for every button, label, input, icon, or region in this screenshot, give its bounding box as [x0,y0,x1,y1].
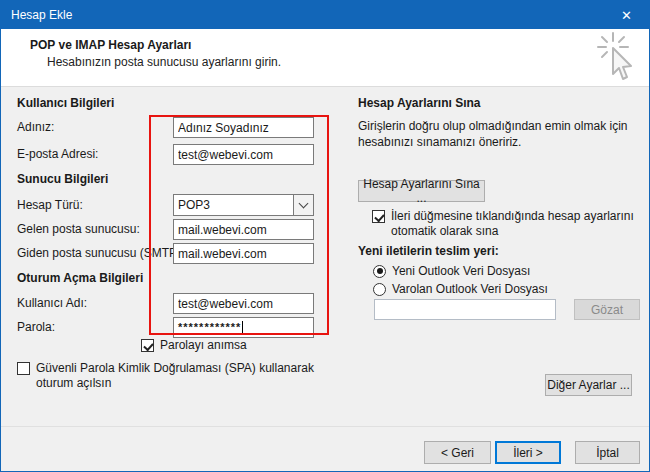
checkbox-checked-icon[interactable] [141,339,154,352]
email-label: E-posta Adresi: [17,147,98,161]
other-settings-button[interactable]: Diğer Ayarlar ... [545,374,632,396]
close-icon[interactable]: ✕ [604,1,649,29]
section-logon-info: Oturum Açma Bilgileri [17,271,143,285]
next-button[interactable]: İleri > [495,441,561,464]
username-label: Kullanıcı Adı: [17,296,87,310]
titlebar: Hesap Ekle ✕ [1,1,649,29]
password-label: Parola: [17,320,55,334]
chevron-down-icon[interactable] [293,195,313,215]
account-type-select[interactable]: POP3 [173,194,314,216]
name-input[interactable] [173,117,314,138]
username-input[interactable] [173,293,314,314]
section-test-settings: Hesap Ayarlarını Sına [358,96,481,110]
add-account-dialog: Hesap Ekle ✕ POP ve IMAP Hesap Ayarları … [0,0,650,472]
back-button[interactable]: < Geri [424,441,491,464]
browse-button: Gözat [574,299,640,320]
existing-data-file-radio[interactable]: Varolan Outlook Veri Dosyası [373,282,548,296]
checkbox-unchecked-icon[interactable] [17,362,30,375]
remember-password-checkbox[interactable]: Parolayı anımsa [141,338,247,353]
click-cursor-icon [593,32,641,89]
incoming-server-label: Gelen posta sunucusu: [17,222,140,236]
outgoing-server-label: Giden posta sunucusu (SMTP): [17,246,184,260]
section-user-info: Kullanıcı Bilgileri [17,96,114,110]
spa-label: Güvenli Parola Kimlik Doğrulaması (SPA) … [36,361,331,391]
account-type-label: Hesap Türü: [17,198,83,212]
password-masked-value: ************ [178,317,241,338]
page-title: POP ve IMAP Hesap Ayarları [30,38,191,52]
email-input[interactable] [173,144,314,165]
radio-selected-icon[interactable] [373,265,386,278]
window-title: Hesap Ekle [1,8,604,22]
checkbox-checked-icon[interactable] [372,210,385,223]
test-settings-description: Girişlerin doğru olup olmadığından emin … [358,118,648,150]
section-server-info: Sunucu Bilgileri [17,172,108,186]
page-subtitle: Hesabınızın posta sunucusu ayarlarını gi… [47,55,281,69]
new-data-file-label: Yeni Outlook Veri Dosyası [392,264,530,278]
dialog-footer: < Geri İleri > İptal [1,426,649,472]
text-caret [242,321,243,335]
new-data-file-radio[interactable]: Yeni Outlook Veri Dosyası [373,264,530,278]
incoming-server-input[interactable] [173,219,314,240]
auto-test-checkbox[interactable]: İleri düğmesine tıklandığında hesap ayar… [372,209,642,239]
dialog-body: Kullanıcı Bilgileri Adınız: E-posta Adre… [1,88,649,426]
remember-password-label: Parolayı anımsa [160,338,247,353]
wizard-header: POP ve IMAP Hesap Ayarları Hesabınızın p… [1,29,649,87]
section-delivery: Yeni iletilerin teslim yeri: [358,244,499,258]
test-account-settings-button[interactable]: Hesap Ayarlarını Sına ... [358,180,485,202]
password-input[interactable]: ************ [173,317,314,338]
outgoing-server-input[interactable] [173,243,314,264]
radio-unselected-icon[interactable] [373,283,386,296]
name-label: Adınız: [17,120,54,134]
existing-data-file-label: Varolan Outlook Veri Dosyası [392,282,548,296]
auto-test-label: İleri düğmesine tıklandığında hesap ayar… [391,209,639,239]
account-type-value: POP3 [174,198,293,212]
spa-checkbox[interactable]: Güvenli Parola Kimlik Doğrulaması (SPA) … [17,361,337,391]
cancel-button[interactable]: İptal [575,441,640,464]
data-file-path-input [374,299,556,320]
